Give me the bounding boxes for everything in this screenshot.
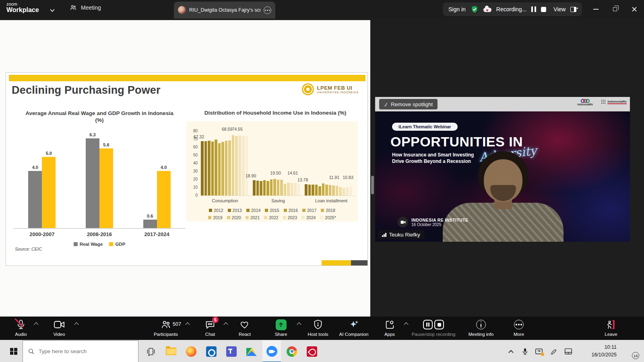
shared-screen-area: Declining Purchasing Power LPEM FEB UI U… [0, 20, 370, 317]
zoom-titlebar: zoom Workplace Meeting RIU_Dwigita Octas… [0, 0, 644, 19]
pause-recording-icon[interactable] [423, 320, 433, 329]
legend-label: 2012 [214, 208, 223, 213]
stop-recording-icon[interactable] [541, 7, 546, 12]
pin-icon [383, 102, 388, 107]
video-button[interactable]: Video [33, 319, 85, 337]
legend-chip [209, 209, 212, 212]
bar-value-label: 5.0 [46, 151, 52, 156]
close-button[interactable] [625, 0, 644, 19]
x-axis-label: Consumption [201, 198, 249, 203]
clock-date: 16/10/2025 [591, 351, 617, 359]
taskbar-clock[interactable]: 10:11 16/10/2025 [591, 343, 617, 359]
tray-screen-share[interactable] [533, 340, 545, 362]
video-top-strip: Remove spotlight IndonesiaRe IndonesiaRe [375, 97, 630, 111]
bar-value-label: 0.6 [147, 214, 153, 218]
bar-value-label: 6.3 [89, 132, 95, 137]
tab-meeting[interactable]: Meeting [69, 4, 101, 11]
x-axis-label: 2000-2007 [29, 231, 54, 237]
legend-label: 2021 [250, 215, 260, 220]
pause-stop-recording-button[interactable]: Pause/stop recording [407, 319, 460, 337]
wage-chart-xlabels: 2000-20072008-20162017-2024 [13, 231, 186, 237]
participants-count: 507 [173, 321, 181, 327]
lpem-logo: LPEM FEB UI UNIVERSITAS INDONESIA [302, 83, 359, 95]
acrobat-button[interactable] [303, 340, 321, 362]
tray-touchpad[interactable] [562, 340, 575, 362]
outlook-icon [206, 346, 217, 357]
sign-in-button[interactable]: Sign in [448, 6, 466, 12]
remove-spotlight-button[interactable]: Remove spotlight [379, 99, 438, 109]
zoom-app-icon [266, 346, 277, 357]
bar [42, 157, 56, 228]
bar [211, 142, 214, 195]
tab-shared-screen[interactable]: RIU_Dwigita Octasya Fajry's scree [174, 2, 275, 19]
file-explorer-button[interactable] [162, 340, 180, 362]
chevron-down-icon[interactable] [50, 7, 54, 12]
titlebar-controls: Sign in Recording... View [443, 2, 582, 16]
restore-button[interactable] [605, 0, 625, 19]
bar [263, 180, 266, 195]
camera-badge-icon [398, 217, 408, 227]
y-axis-tick: 80 [186, 129, 198, 133]
cloud-recording-icon [483, 6, 491, 12]
share-screen-icon [276, 319, 287, 330]
webinar-pill: iLearn Thematic Webinar [392, 123, 458, 131]
bar [235, 136, 238, 195]
legend-item: 2021 [246, 215, 260, 220]
more-button[interactable]: More [493, 319, 545, 337]
firefox-button[interactable] [182, 340, 200, 362]
speaker-silhouette [443, 151, 564, 242]
tray-pen[interactable] [547, 340, 559, 362]
zoom-workplace-logo: zoom Workplace [6, 2, 39, 14]
bar [343, 188, 345, 195]
avatar [178, 6, 186, 14]
react-label: React [239, 332, 251, 337]
leave-label: Leave [605, 332, 617, 337]
google-drive-button[interactable] [242, 340, 261, 362]
teams-button[interactable] [222, 340, 241, 362]
tab-options-button[interactable] [264, 6, 271, 14]
legend-item: 2019 [208, 215, 222, 220]
recording-status: Recording... [496, 6, 526, 12]
tray-microphone[interactable] [518, 340, 531, 362]
bar-value-label: 19.50 [270, 171, 281, 175]
zoom-app-button[interactable] [262, 340, 281, 362]
pause-recording-icon[interactable] [531, 6, 536, 12]
bar [201, 141, 204, 195]
tray-expand-button[interactable] [504, 340, 517, 362]
y-axis-tick: 30 [186, 169, 198, 173]
outlook-button[interactable] [202, 340, 221, 362]
notification-count-badge: 18 [632, 352, 639, 359]
chrome-button[interactable] [283, 340, 301, 362]
notification-center-button[interactable]: 18 [625, 345, 637, 357]
taskbar-search[interactable] [23, 340, 138, 362]
view-layout-icon[interactable] [570, 7, 576, 12]
view-button[interactable]: View [553, 6, 566, 12]
legend-chip [301, 216, 305, 219]
wage-chart-title-line1: Average Annual Real Wage and GDP Growth … [13, 110, 186, 117]
pause-stop-label: Pause/stop recording [412, 332, 456, 337]
bar [349, 187, 352, 195]
indonesia-re-logo-text: IndonesiaRe [577, 103, 593, 106]
legend-chip [284, 209, 287, 212]
slide-title: Declining Purchasing Power [12, 84, 161, 97]
dist-bar-group: 18.9019.5014.61 [253, 179, 300, 195]
start-button[interactable] [6, 340, 22, 362]
bar [221, 142, 224, 195]
scrollbar-handle[interactable] [371, 176, 374, 194]
participant-name-tag: Teuku Riefky [378, 230, 425, 239]
minimize-button[interactable] [586, 0, 605, 19]
wage-bar-group: 6.35.6 [86, 132, 113, 228]
audio-label: Audio [15, 332, 27, 337]
bar [28, 171, 42, 228]
legend-chip [283, 216, 286, 219]
legend-label: 2016 [289, 208, 298, 213]
leave-button[interactable]: Leave [585, 319, 637, 337]
task-view-button[interactable] [142, 340, 160, 362]
leave-icon [606, 319, 616, 330]
legend-item: 2014 [246, 208, 260, 213]
x-axis-label: 2008-2016 [87, 231, 112, 237]
wage-chart-title: Average Annual Real Wage and GDP Growth … [13, 110, 186, 123]
bar [273, 179, 276, 195]
search-input[interactable] [39, 348, 127, 354]
stop-recording-icon[interactable] [434, 320, 444, 329]
